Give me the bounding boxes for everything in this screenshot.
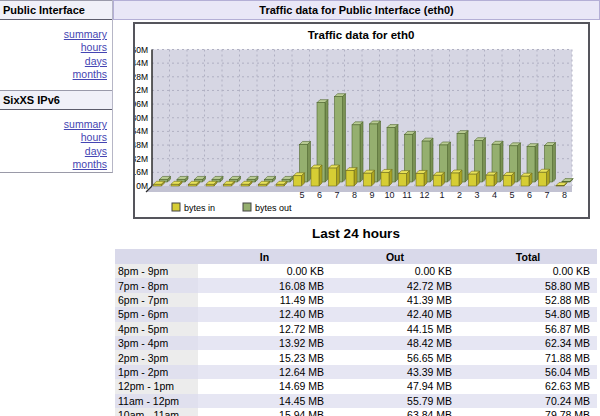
svg-text:128M: 128M bbox=[135, 72, 148, 82]
sidebar-item-months[interactable]: months bbox=[0, 68, 107, 81]
cell-period: 10am - 11am bbox=[115, 408, 198, 416]
cell-out: 42.72 MB bbox=[331, 278, 459, 292]
vnstat-page: Public Interface summary hours days mont… bbox=[0, 0, 600, 416]
table-row: 8pm - 9pm0.00 KB0.00 KB0.00 KB bbox=[115, 264, 597, 278]
svg-text:16M: 16M bbox=[135, 167, 148, 177]
sidebar-item-summary[interactable]: summary bbox=[0, 118, 107, 131]
cell-out: 41.39 MB bbox=[331, 293, 459, 307]
sidebar-links-public-interface: summary hours days months bbox=[0, 20, 112, 90]
table-row: 10am - 11am15.94 MB63.84 MB79.78 MB bbox=[115, 408, 597, 416]
cell-out: 56.65 MB bbox=[331, 350, 459, 364]
svg-text:9: 9 bbox=[369, 190, 374, 200]
svg-text:12: 12 bbox=[419, 190, 429, 200]
cell-total: 70.24 MB bbox=[459, 394, 597, 408]
cell-in: 13.92 MB bbox=[198, 336, 331, 350]
cell-total: 54.80 MB bbox=[459, 307, 597, 321]
cell-out: 42.40 MB bbox=[331, 307, 459, 321]
svg-text:64M: 64M bbox=[135, 126, 148, 136]
col-header-out: Out bbox=[331, 249, 459, 264]
svg-text:2: 2 bbox=[457, 190, 462, 200]
cell-total: 62.63 MB bbox=[459, 379, 597, 393]
cell-total: 58.80 MB bbox=[459, 278, 597, 292]
svg-text:160M: 160M bbox=[135, 45, 148, 55]
table-title: Last 24 hours bbox=[115, 224, 597, 244]
table-row: 12pm - 1pm14.69 MB47.94 MB62.63 MB bbox=[115, 379, 597, 393]
cell-period: 12pm - 1pm bbox=[115, 379, 198, 393]
svg-text:7: 7 bbox=[544, 190, 549, 200]
cell-total: 62.34 MB bbox=[459, 336, 597, 350]
cell-period: 5pm - 6pm bbox=[115, 307, 198, 321]
sidebar-item-hours[interactable]: hours bbox=[0, 41, 107, 54]
cell-period: 1pm - 2pm bbox=[115, 365, 198, 379]
svg-text:6: 6 bbox=[527, 190, 532, 200]
sidebar-item-hours[interactable]: hours bbox=[0, 131, 107, 144]
svg-text:32M: 32M bbox=[135, 154, 148, 164]
cell-out: 55.79 MB bbox=[331, 394, 459, 408]
cell-period: 8pm - 9pm bbox=[115, 264, 198, 278]
svg-text:8: 8 bbox=[562, 190, 567, 200]
svg-text:80M: 80M bbox=[135, 113, 148, 123]
traffic-chart-box: 0M16M32M48M64M80M96M112M128M144M160M5678… bbox=[133, 22, 590, 219]
cell-period: 11am - 12pm bbox=[115, 394, 198, 408]
cell-out: 43.39 MB bbox=[331, 365, 459, 379]
cell-period: 2pm - 3pm bbox=[115, 350, 198, 364]
cell-in: 12.40 MB bbox=[198, 307, 331, 321]
col-header-in: In bbox=[198, 249, 331, 264]
svg-text:144M: 144M bbox=[135, 58, 148, 68]
svg-text:6: 6 bbox=[317, 190, 322, 200]
cell-total: 79.78 MB bbox=[459, 408, 597, 416]
svg-text:7: 7 bbox=[334, 190, 339, 200]
hourly-traffic-chart: 0M16M32M48M64M80M96M112M128M144M160M5678… bbox=[135, 24, 588, 217]
sidebar-item-summary[interactable]: summary bbox=[0, 28, 107, 41]
table-header-row: In Out Total bbox=[115, 249, 597, 264]
cell-total: 0.00 KB bbox=[459, 264, 597, 278]
svg-text:0M: 0M bbox=[136, 181, 148, 191]
cell-in: 16.08 MB bbox=[198, 278, 331, 292]
cell-in: 15.23 MB bbox=[198, 350, 331, 364]
sidebar-item-days[interactable]: days bbox=[0, 145, 107, 158]
sidebar-section-title-public-interface: Public Interface bbox=[0, 0, 112, 20]
cell-out: 48.42 MB bbox=[331, 336, 459, 350]
svg-text:96M: 96M bbox=[135, 99, 148, 109]
cell-total: 56.04 MB bbox=[459, 365, 597, 379]
sidebar-item-months[interactable]: months bbox=[0, 158, 107, 171]
svg-text:4: 4 bbox=[492, 190, 497, 200]
sidebar-section-title-sixxs-ipv6: SixXS IPv6 bbox=[0, 90, 112, 110]
table-row: 7pm - 8pm16.08 MB42.72 MB58.80 MB bbox=[115, 278, 597, 292]
cell-out: 0.00 KB bbox=[331, 264, 459, 278]
col-header-total: Total bbox=[459, 249, 597, 264]
svg-text:112M: 112M bbox=[135, 85, 148, 95]
table-row: 11am - 12pm14.45 MB55.79 MB70.24 MB bbox=[115, 394, 597, 408]
svg-text:Traffic data for eth0: Traffic data for eth0 bbox=[308, 29, 415, 41]
svg-text:48M: 48M bbox=[135, 140, 148, 150]
cell-in: 15.94 MB bbox=[198, 408, 331, 416]
sidebar-links-sixxs-ipv6: summary hours days months bbox=[0, 110, 112, 180]
cell-total: 52.88 MB bbox=[459, 293, 597, 307]
svg-text:11: 11 bbox=[402, 190, 411, 200]
cell-out: 47.94 MB bbox=[331, 379, 459, 393]
svg-text:8: 8 bbox=[352, 190, 357, 200]
cell-total: 56.87 MB bbox=[459, 322, 597, 336]
cell-out: 63.84 MB bbox=[331, 408, 459, 416]
cell-out: 44.15 MB bbox=[331, 322, 459, 336]
traffic-table: In Out Total 8pm - 9pm0.00 KB0.00 KB0.00… bbox=[115, 249, 597, 416]
table-row: 2pm - 3pm15.23 MB56.65 MB71.88 MB bbox=[115, 350, 597, 364]
cell-period: 6pm - 7pm bbox=[115, 293, 198, 307]
sidebar-item-days[interactable]: days bbox=[0, 55, 107, 68]
cell-period: 4pm - 5pm bbox=[115, 322, 198, 336]
cell-in: 11.49 MB bbox=[198, 293, 331, 307]
cell-in: 12.64 MB bbox=[198, 365, 331, 379]
svg-text:bytes in: bytes in bbox=[184, 203, 215, 213]
page-title: Traffic data for Public Interface (eth0) bbox=[113, 0, 600, 20]
svg-text:5: 5 bbox=[509, 190, 514, 200]
svg-text:10: 10 bbox=[384, 190, 394, 200]
cell-in: 12.72 MB bbox=[198, 322, 331, 336]
cell-period: 7pm - 8pm bbox=[115, 278, 198, 292]
col-header-period bbox=[115, 249, 198, 264]
cell-period: 3pm - 4pm bbox=[115, 336, 198, 350]
cell-in: 0.00 KB bbox=[198, 264, 331, 278]
svg-text:bytes out: bytes out bbox=[255, 203, 292, 213]
svg-text:3: 3 bbox=[474, 190, 479, 200]
table-row: 1pm - 2pm12.64 MB43.39 MB56.04 MB bbox=[115, 365, 597, 379]
svg-text:1: 1 bbox=[439, 190, 444, 200]
